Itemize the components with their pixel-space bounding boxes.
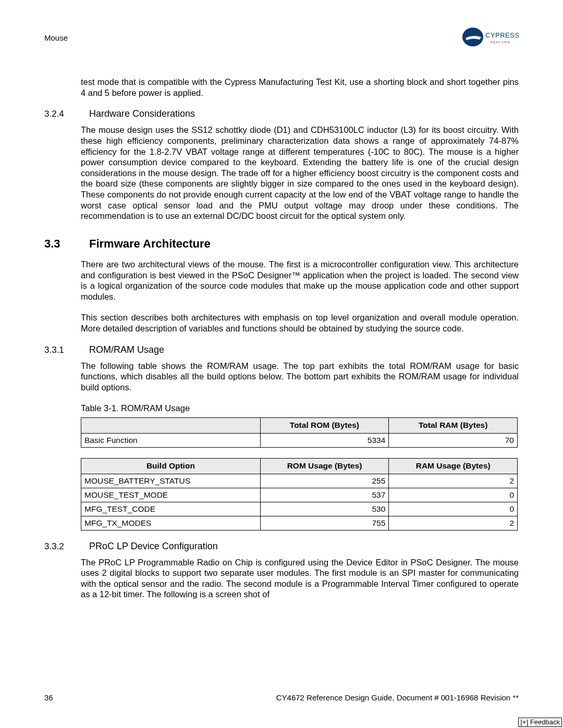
- section-number: 3.3: [44, 237, 71, 251]
- section-3-3-1-body: The following table shows the ROM/RAM us…: [81, 361, 519, 393]
- rom-ram-basic-table: Total ROM (Bytes) Total RAM (Bytes) Basi…: [81, 417, 518, 448]
- section-number: 3.3.1: [44, 345, 71, 355]
- chapter-name: Mouse: [44, 33, 68, 42]
- page-footer: 36 CY4672 Reference Design Guide, Docume…: [44, 693, 519, 702]
- table-header-ram: RAM Usage (Bytes): [389, 458, 518, 474]
- section-3-3-2-heading: 3.3.2 PRoC LP Device Configuration: [44, 541, 519, 552]
- table-row: MFG_TEST_CODE 530 0: [81, 502, 518, 516]
- document-id: CY4672 Reference Design Guide, Document …: [276, 693, 519, 702]
- cypress-logo: CYPRESS PERFORM: [461, 26, 519, 48]
- table-header-row: Build Option ROM Usage (Bytes) RAM Usage…: [81, 458, 518, 474]
- rom-ram-options-table: Build Option ROM Usage (Bytes) RAM Usage…: [81, 458, 518, 530]
- section-3-2-4-body: The mouse design uses the SS12 schottky …: [81, 125, 519, 221]
- table-header-build: Build Option: [81, 458, 261, 474]
- table-cell-ram: 0: [389, 488, 518, 502]
- table-row: MOUSE_BATTERY_STATUS 255 2: [81, 474, 518, 488]
- svg-text:CYPRESS: CYPRESS: [485, 31, 519, 39]
- section-title: Firmware Architecture: [89, 237, 211, 251]
- continuation-paragraph: test mode that is compatible with the Cy…: [81, 77, 519, 98]
- table-caption: Table 3-1. ROM/RAM Usage: [81, 403, 519, 413]
- section-3-2-4-heading: 3.2.4 Hardware Considerations: [44, 108, 519, 119]
- section-3-3-p1: There are two architectural views of the…: [81, 259, 519, 302]
- table-cell-rom: 530: [260, 502, 389, 516]
- table-cell-name: MFG_TEST_CODE: [81, 502, 261, 516]
- table-cell-name: MOUSE_BATTERY_STATUS: [81, 474, 261, 488]
- section-title: ROM/RAM Usage: [89, 344, 164, 355]
- page-number: 36: [44, 693, 53, 702]
- table-cell-rom: 755: [260, 516, 389, 530]
- table-cell-rom: 5334: [260, 433, 389, 447]
- table-cell-rom: 255: [260, 474, 389, 488]
- section-3-3-2-body: The PRoC LP Programmable Radio on Chip i…: [81, 557, 519, 600]
- section-3-3-heading: 3.3 Firmware Architecture: [44, 237, 519, 251]
- table-cell-name: MFG_TX_MODES: [81, 516, 261, 530]
- table-header-row: Total ROM (Bytes) Total RAM (Bytes): [81, 417, 518, 433]
- section-number: 3.2.4: [44, 109, 71, 119]
- section-number: 3.3.2: [44, 541, 71, 552]
- table-cell-name: Basic Function: [81, 433, 261, 447]
- svg-text:PERFORM: PERFORM: [491, 41, 510, 44]
- section-title: Hardware Considerations: [89, 108, 195, 119]
- section-3-3-1-heading: 3.3.1 ROM/RAM Usage: [44, 344, 519, 355]
- page-header: Mouse CYPRESS PERFORM: [44, 26, 519, 48]
- table-cell-ram: 2: [389, 474, 518, 488]
- table-cell-ram: 70: [389, 433, 518, 447]
- table-cell-rom: 537: [260, 488, 389, 502]
- table-row: MFG_TX_MODES 755 2: [81, 516, 518, 530]
- table-header-rom: Total ROM (Bytes): [260, 417, 389, 433]
- section-title: PRoC LP Device Configuration: [89, 541, 218, 552]
- section-3-3-p2: This section describes both architecture…: [81, 312, 519, 334]
- table-cell-name: MOUSE_TEST_MODE: [81, 488, 261, 502]
- table-row: MOUSE_TEST_MODE 537 0: [81, 488, 518, 502]
- table-row: Basic Function 5334 70: [81, 433, 518, 447]
- table-header-ram: Total RAM (Bytes): [389, 417, 518, 433]
- table-cell-ram: 0: [389, 502, 518, 516]
- table-header-blank: [81, 417, 261, 433]
- table-header-rom: ROM Usage (Bytes): [260, 458, 389, 474]
- feedback-button[interactable]: [+] Feedback: [518, 718, 562, 727]
- table-cell-ram: 2: [389, 516, 518, 530]
